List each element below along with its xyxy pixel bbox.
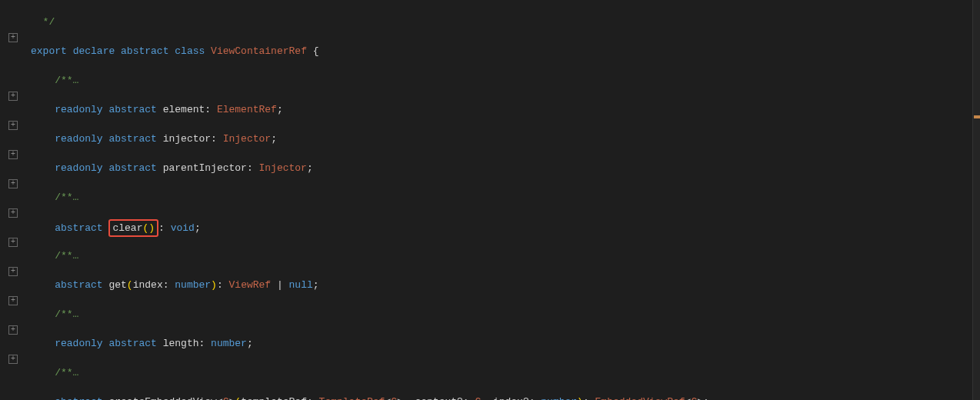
fold-icon[interactable]: + <box>8 325 18 335</box>
code-line[interactable]: abstract clear(): void; <box>31 219 980 234</box>
highlight-clear: clear() <box>108 219 158 237</box>
gutter: + + + + + + + + + + + <box>0 0 26 400</box>
code-line[interactable]: */ <box>31 15 980 29</box>
code-line[interactable]: export declare abstract class ViewContai… <box>31 44 980 58</box>
fold-icon[interactable]: + <box>8 208 18 218</box>
fold-icon[interactable]: + <box>8 355 18 364</box>
code-area[interactable]: */ export declare abstract class ViewCon… <box>26 0 980 400</box>
minimap[interactable] <box>972 0 980 400</box>
code-line[interactable]: readonly abstract injector: Injector; <box>31 132 980 146</box>
minimap-mark <box>974 115 980 118</box>
code-line[interactable]: readonly abstract parentInjector: Inject… <box>31 161 980 175</box>
fold-icon[interactable]: + <box>8 92 18 101</box>
code-line[interactable]: readonly abstract element: ElementRef; <box>31 102 980 117</box>
code-line[interactable]: abstract get(index: number): ViewRef | n… <box>31 278 980 292</box>
code-line[interactable]: abstract createEmbeddedView<C>(templateR… <box>31 395 980 400</box>
code-line[interactable]: /**… <box>31 365 980 380</box>
code-line[interactable]: readonly abstract length: number; <box>31 336 980 351</box>
fold-icon[interactable]: + <box>8 121 18 130</box>
code-editor: + + + + + + + + + + + */ export declare … <box>0 0 980 400</box>
fold-icon[interactable]: + <box>8 267 18 276</box>
code-line[interactable]: /**… <box>31 190 980 205</box>
code-line[interactable]: /**… <box>31 73 980 88</box>
fold-icon[interactable]: + <box>8 33 18 42</box>
fold-icon[interactable]: + <box>8 150 18 159</box>
code-line[interactable]: /**… <box>31 307 980 322</box>
fold-icon[interactable]: + <box>8 296 18 305</box>
fold-icon[interactable]: + <box>8 179 18 188</box>
code-line[interactable]: /**… <box>31 248 980 263</box>
fold-icon[interactable]: + <box>8 238 18 247</box>
